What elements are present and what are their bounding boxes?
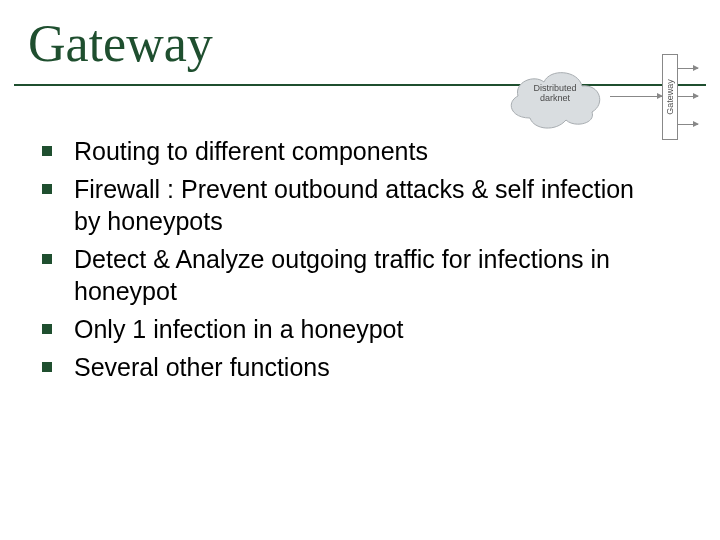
bullet-text: Only 1 infection in a honeypot <box>74 313 662 345</box>
list-item: Routing to different components <box>42 135 662 167</box>
bullet-list: Routing to different components Firewall… <box>42 135 662 389</box>
bullet-text: Routing to different components <box>74 135 662 167</box>
list-item: Detect & Analyze outgoing traffic for in… <box>42 243 662 307</box>
square-bullet-icon <box>42 146 52 156</box>
list-item: Firewall : Prevent outbound attacks & se… <box>42 173 662 237</box>
cloud-label-line1: Distributed <box>533 83 576 93</box>
arrow-out-3 <box>678 124 698 125</box>
bullet-text: Detect & Analyze outgoing traffic for in… <box>74 243 662 307</box>
list-item: Several other functions <box>42 351 662 383</box>
bullet-text: Several other functions <box>74 351 662 383</box>
arrow-cloud-to-gateway <box>610 96 662 97</box>
square-bullet-icon <box>42 184 52 194</box>
gateway-box: Gateway <box>662 54 678 140</box>
square-bullet-icon <box>42 254 52 264</box>
gateway-box-label: Gateway <box>665 79 675 115</box>
cloud-label-line2: darknet <box>540 93 570 103</box>
bullet-text: Firewall : Prevent outbound attacks & se… <box>74 173 662 237</box>
slide: Gateway Distributed darknet Gateway Rout… <box>0 0 720 540</box>
cloud-label: Distributed darknet <box>500 84 610 104</box>
arrow-out-1 <box>678 68 698 69</box>
diagram: Distributed darknet Gateway <box>500 50 700 142</box>
list-item: Only 1 infection in a honeypot <box>42 313 662 345</box>
slide-title: Gateway <box>28 14 213 73</box>
arrow-out-2 <box>678 96 698 97</box>
square-bullet-icon <box>42 362 52 372</box>
square-bullet-icon <box>42 324 52 334</box>
